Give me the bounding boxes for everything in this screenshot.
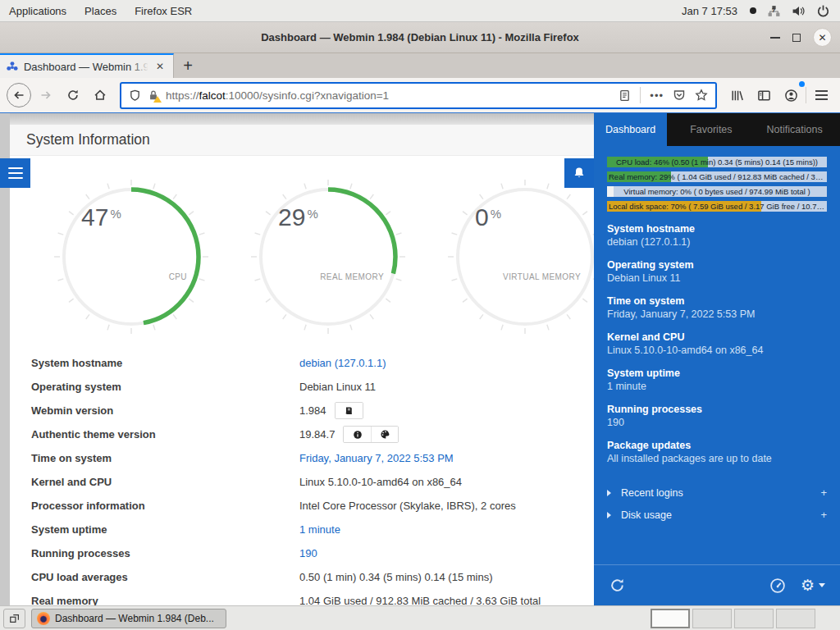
webmin-sidebar: Dashboard Favorites Notifications CPU lo… [594, 113, 840, 605]
close-button[interactable]: ✕ [813, 28, 832, 47]
url-bar[interactable]: https://falcot:10000/sysinfo.cgi?xnaviga… [120, 82, 717, 109]
tab-title: Dashboard — Webmin 1.984 (Debian Linux 1… [24, 61, 148, 73]
bookmark-star-icon[interactable] [695, 89, 708, 102]
notification-dot-icon [750, 7, 756, 14]
active-app-menu[interactable]: Firefox ESR [126, 0, 201, 21]
notifications-bell-button[interactable] [564, 158, 594, 188]
time-link[interactable]: Friday, January 7, 2022 5:53 PM [299, 452, 454, 464]
webmin-content: System Information 47% CPU [0, 113, 594, 605]
desktop-top-panel: Applications Places Firefox ESR Jan 7 17… [0, 0, 840, 22]
pocket-icon[interactable] [673, 89, 686, 102]
minimize-button[interactable] [770, 37, 780, 39]
tracking-shield-icon[interactable] [129, 89, 141, 102]
gear-icon: ⚙ [801, 578, 815, 593]
tab-favorites[interactable]: Favorites [678, 113, 743, 146]
changelog-button[interactable] [336, 403, 363, 418]
workspace-4[interactable] [776, 609, 815, 628]
network-status-icon[interactable]: ? [767, 4, 781, 18]
window-title: Dashboard — Webmin 1.984 (Debian Linux 1… [261, 31, 579, 43]
browser-tab[interactable]: Dashboard — Webmin 1.984 (Debian Linux 1… [0, 53, 174, 78]
table-row: CPU load averages0.50 (1 min) 0.34 (5 mi… [31, 565, 594, 589]
system-monitor-icon[interactable] [769, 578, 786, 594]
clock[interactable]: Jan 7 17:53 [682, 5, 737, 17]
page-top-band [10, 113, 594, 125]
virtual-memory-meter: Virtual memory: 0% ( 0 bytes used / 974.… [607, 186, 827, 197]
hostname-link[interactable]: debian (127.0.1.1) [299, 357, 386, 369]
tab-dashboard[interactable]: Dashboard [594, 113, 667, 146]
reader-mode-icon[interactable] [619, 89, 631, 102]
workspace-1[interactable] [651, 609, 690, 628]
show-desktop-button[interactable] [3, 609, 25, 628]
home-button[interactable] [88, 83, 112, 107]
real-memory-meter: Real memory: 29% ( 1.04 GiB used / 912.8… [607, 171, 827, 182]
new-tab-button[interactable]: + [174, 53, 202, 78]
library-icon[interactable] [724, 83, 749, 107]
recent-logins-expander[interactable]: Recent logins + [594, 482, 840, 504]
workspace-switcher [651, 609, 815, 628]
places-menu[interactable]: Places [75, 0, 126, 21]
reload-button[interactable] [61, 83, 85, 107]
desktop-taskbar: Dashboard — Webmin 1.984 (Deb... [0, 605, 840, 630]
window-titlebar[interactable]: Dashboard — Webmin 1.984 (Debian Linux 1… [0, 22, 840, 53]
sidebar-footer: ⚙ [594, 564, 840, 605]
sidebars-icon[interactable] [751, 83, 776, 107]
list-item: System uptime1 minute [607, 367, 827, 394]
list-item: Running processes190 [607, 403, 827, 430]
uptime-link[interactable]: 1 minute [299, 523, 340, 536]
table-row: Kernel and CPULinux 5.10.0-10-amd64 on x… [31, 470, 594, 494]
processes-link[interactable]: 190 [299, 547, 317, 559]
back-button[interactable] [7, 83, 31, 107]
resource-meters: CPU load: 46% (0.50 (1 min) 0.34 (5 mins… [594, 146, 840, 219]
table-row: Real memory1.04 GiB used / 912.83 MiB ca… [31, 589, 594, 605]
sidebar-tabs: Dashboard Favorites Notifications [594, 113, 840, 146]
refresh-icon[interactable] [609, 577, 626, 594]
table-row: System uptime1 minute [31, 518, 594, 541]
theme-info-button[interactable] [344, 427, 371, 442]
url-text[interactable]: https://falcot:10000/sysinfo.cgi?xnaviga… [166, 89, 612, 102]
chevron-right-icon [607, 512, 611, 518]
list-item: Kernel and CPULinux 5.10.0-10-amd64 on x… [607, 331, 827, 358]
gauge-label: VIRTUAL MEMORY [503, 272, 581, 281]
tab-title-fade [130, 57, 152, 78]
maximize-button[interactable] [792, 34, 801, 42]
account-icon[interactable] [778, 83, 803, 107]
caret-down-icon [819, 583, 825, 587]
theme-palette-button[interactable] [371, 427, 398, 442]
gauge-virtual-memory: 0% VIRTUAL MEMORY [447, 179, 594, 335]
bell-icon [573, 167, 586, 180]
chevron-right-icon [607, 490, 611, 496]
applications-menu[interactable]: Applications [0, 0, 75, 21]
page-header: System Information [10, 125, 594, 156]
page-actions-icon[interactable]: ••• [650, 89, 664, 102]
svg-text:?: ? [772, 6, 776, 13]
lock-warning-icon[interactable] [148, 89, 159, 101]
table-row: Operating systemDebian Linux 11 [31, 375, 594, 399]
sidebar-toggle-button[interactable] [0, 158, 30, 188]
settings-menu[interactable]: ⚙ [801, 578, 825, 593]
expand-plus-icon[interactable]: + [820, 486, 827, 499]
menu-hamburger-icon[interactable] [809, 83, 833, 107]
gauge-cpu: 47% CPU [53, 179, 209, 335]
sidebar-expanders: Recent logins + Disk usage + [594, 482, 840, 526]
disk-space-meter: Local disk space: 70% ( 7.59 GiB used / … [607, 201, 827, 212]
expand-plus-icon[interactable]: + [820, 509, 827, 521]
tab-close-icon[interactable]: ✕ [153, 61, 167, 72]
forward-button[interactable] [34, 83, 58, 107]
workspace-3[interactable] [734, 609, 774, 628]
list-item: Package updatesAll installed packages ar… [607, 439, 827, 466]
volume-icon[interactable] [792, 4, 806, 18]
table-row: Time on systemFriday, January 7, 2022 5:… [31, 446, 594, 470]
account-badge [799, 81, 805, 87]
table-row: Authentic theme version19.84.7 [31, 422, 594, 446]
browser-viewport: System Information 47% CPU [0, 113, 840, 605]
table-row: Processor informationIntel Core Processo… [31, 494, 594, 518]
taskbar-window-button[interactable]: Dashboard — Webmin 1.984 (Deb... [31, 609, 226, 628]
tab-notifications[interactable]: Notifications [756, 113, 834, 146]
sidebar-info-list: System hostnamedebian (127.0.1.1) Operat… [594, 219, 840, 475]
gauge-label: CPU [169, 272, 187, 281]
workspace-2[interactable] [692, 609, 732, 628]
power-icon[interactable] [816, 4, 830, 18]
table-row: Webmin version1.984 [31, 399, 594, 422]
gauge-value: 47% [81, 203, 121, 231]
disk-usage-expander[interactable]: Disk usage + [594, 504, 840, 526]
